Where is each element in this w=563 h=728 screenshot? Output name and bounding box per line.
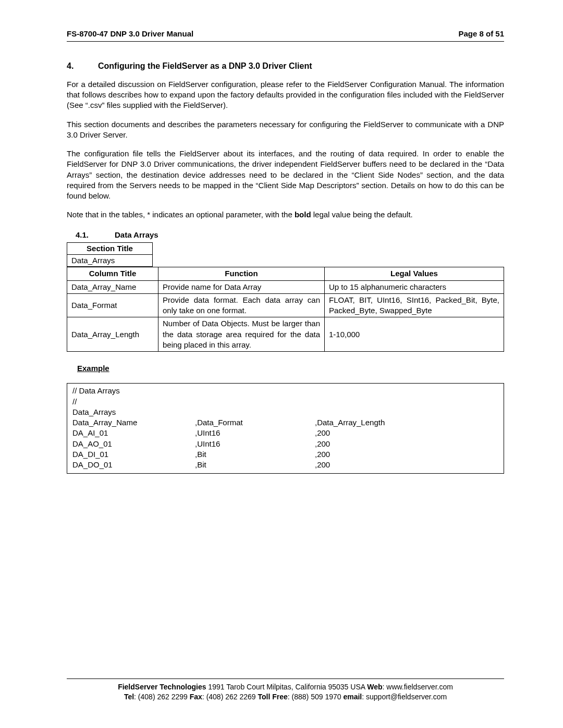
footer-line-1: FieldServer Technologies 1991 Tarob Cour… — [67, 682, 504, 692]
note-bold: bold — [295, 210, 311, 219]
code-comment: // Data Arrays — [72, 386, 498, 396]
table-row: Data_Array_Name Provide name for Data Ar… — [67, 280, 504, 293]
doc-title: FS-8700-47 DNP 3.0 Driver Manual — [67, 29, 193, 39]
code-col: ,200 — [315, 428, 498, 438]
code-col: DA_DO_01 — [72, 460, 195, 470]
section-title: Configuring the FieldServer as a DNP 3.0… — [98, 60, 312, 72]
section-title-table: Section Title Data_Arrays — [67, 242, 153, 267]
subsection-heading: 4.1. Data Arrays — [67, 230, 504, 240]
footer-tollfree: : (888) 509 1970 — [288, 693, 344, 701]
cell-function: Provide name for Data Array — [158, 280, 325, 293]
cell-column-title: Data_Array_Name — [67, 280, 158, 293]
code-row: DA_AI_01 ,UInt16 ,200 — [72, 428, 498, 438]
code-col: DA_AO_01 — [72, 439, 195, 449]
page-number: Page 8 of 51 — [458, 29, 504, 39]
code-col: ,200 — [315, 439, 498, 449]
paragraph: This section documents and describes the… — [67, 119, 504, 141]
note-suffix: legal value being the default. — [311, 210, 413, 219]
note-prefix: Note that in the tables, * indicates an … — [67, 210, 295, 219]
footer-tel: : (408) 262 2299 — [134, 693, 190, 701]
code-col: DA_AI_01 — [72, 428, 195, 438]
code-row: DA_DO_01 ,Bit ,200 — [72, 460, 498, 470]
section-title-header: Section Title — [67, 242, 153, 254]
cell-function: Number of Data Objects. Must be larger t… — [158, 317, 325, 352]
cell-function: Provide data format. Each data array can… — [158, 293, 325, 317]
code-col: ,Data_Array_Length — [315, 417, 498, 428]
footer-line-2: Tel: (408) 262 2299 Fax: (408) 262 2269 … — [67, 692, 504, 702]
footer-company: FieldServer Technologies — [118, 683, 206, 691]
code-row: DA_AO_01 ,UInt16 ,200 — [72, 439, 498, 449]
page-footer: FieldServer Technologies 1991 Tarob Cour… — [67, 678, 504, 702]
code-col: ,UInt16 — [195, 439, 315, 449]
code-col: ,Bit — [195, 449, 315, 460]
code-col: DA_DI_01 — [72, 449, 195, 460]
subsection-number: 4.1. — [76, 230, 115, 240]
code-col: ,200 — [315, 449, 498, 460]
subsection-title: Data Arrays — [115, 230, 158, 240]
footer-tel-label: Tel — [124, 693, 134, 701]
footer-tollfree-label: Toll Free — [258, 693, 288, 701]
page-header: FS-8700-47 DNP 3.0 Driver Manual Page 8 … — [67, 29, 504, 42]
paragraph: For a detailed discussion on FieldServer… — [67, 79, 504, 111]
footer-email-label: email — [343, 693, 362, 701]
column-definitions-table: Column Title Function Legal Values Data_… — [67, 267, 504, 352]
th-function: Function — [158, 267, 325, 280]
cell-legal-values: Up to 15 alphanumeric characters — [325, 280, 504, 293]
cell-legal-values: FLOAT, BIT, UInt16, SInt16, Packed_Bit, … — [325, 293, 504, 317]
footer-address: 1991 Tarob Court Milpitas, California 95… — [206, 683, 367, 691]
footer-email: : support@fieldserver.com — [362, 693, 447, 701]
code-col: Data_Array_Name — [72, 417, 195, 428]
cell-column-title: Data_Array_Length — [67, 317, 158, 352]
example-heading: Example — [67, 363, 504, 374]
th-column-title: Column Title — [67, 267, 158, 280]
footer-web: : www.fieldserver.com — [383, 683, 453, 691]
th-legal-values: Legal Values — [325, 267, 504, 280]
code-col: ,Bit — [195, 460, 315, 470]
section-heading: 4. Configuring the FieldServer as a DNP … — [67, 60, 504, 72]
footer-fax-label: Fax — [190, 693, 202, 701]
code-row: DA_DI_01 ,Bit ,200 — [72, 449, 498, 460]
section-number: 4. — [67, 60, 98, 72]
note-line: Note that in the tables, * indicates an … — [67, 209, 504, 220]
code-col: ,UInt16 — [195, 428, 315, 438]
code-comment: // — [72, 397, 498, 407]
paragraph: The configuration file tells the FieldSe… — [67, 149, 504, 201]
data-arrays-table: Section Title Data_Arrays Column Title F… — [67, 242, 504, 352]
cell-legal-values: 1-10,000 — [325, 317, 504, 352]
code-section: Data_Arrays — [72, 407, 498, 417]
footer-web-label: Web — [367, 683, 382, 691]
code-col: ,Data_Format — [195, 417, 315, 428]
cell-column-title: Data_Format — [67, 293, 158, 317]
code-header-row: Data_Array_Name ,Data_Format ,Data_Array… — [72, 417, 498, 428]
code-col: ,200 — [315, 460, 498, 470]
footer-fax: : (408) 262 2269 — [202, 693, 258, 701]
table-row: Data_Format Provide data format. Each da… — [67, 293, 504, 317]
example-code-box: // Data Arrays // Data_Arrays Data_Array… — [67, 383, 504, 474]
section-title-value: Data_Arrays — [67, 255, 153, 267]
table-row: Data_Array_Length Number of Data Objects… — [67, 317, 504, 352]
